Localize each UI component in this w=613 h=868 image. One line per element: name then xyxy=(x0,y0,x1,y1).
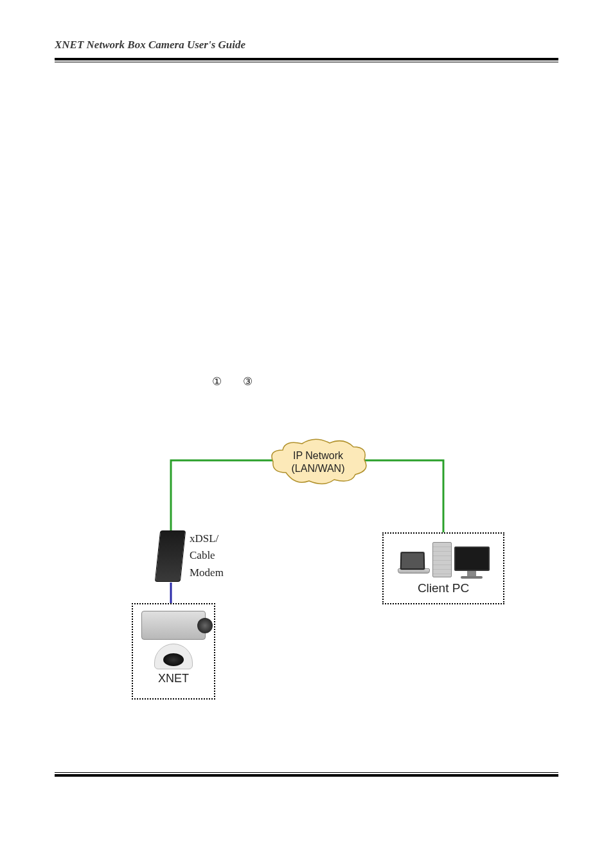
modem-device: xDSL/ Cable Modem xyxy=(157,530,224,582)
client-pc-group: Client PC xyxy=(382,532,504,604)
page-header-title: XNET Network Box Camera User's Guide xyxy=(55,39,558,51)
marker-one: ① xyxy=(212,375,222,388)
modem-label-line1: xDSL/ xyxy=(190,530,224,547)
header-divider-thin xyxy=(55,62,558,62)
box-camera-icon xyxy=(141,611,206,640)
modem-label-line2: Cable xyxy=(190,547,224,564)
dome-camera-icon xyxy=(154,644,193,669)
footer-divider xyxy=(55,772,558,777)
modem-label-line3: Modem xyxy=(190,565,224,581)
xnet-label: XNET xyxy=(133,672,214,685)
cloud-label-line1: IP Network xyxy=(292,449,345,462)
xnet-camera-group: XNET xyxy=(132,603,215,700)
header-divider-thick xyxy=(55,58,558,60)
cloud-label-line2: (LAN/WAN) xyxy=(292,462,345,475)
circled-number-markers: ① ③ xyxy=(212,375,271,388)
monitor-icon xyxy=(454,547,490,577)
marker-three: ③ xyxy=(243,375,253,388)
modem-icon xyxy=(155,530,186,582)
pc-tower-icon xyxy=(432,542,452,577)
ip-network-cloud: IP Network (LAN/WAN) xyxy=(267,437,369,487)
client-pc-label: Client PC xyxy=(384,581,503,595)
network-diagram: IP Network (LAN/WAN) xDSL/ Cable Modem X… xyxy=(129,431,501,714)
laptop-icon xyxy=(398,552,430,577)
